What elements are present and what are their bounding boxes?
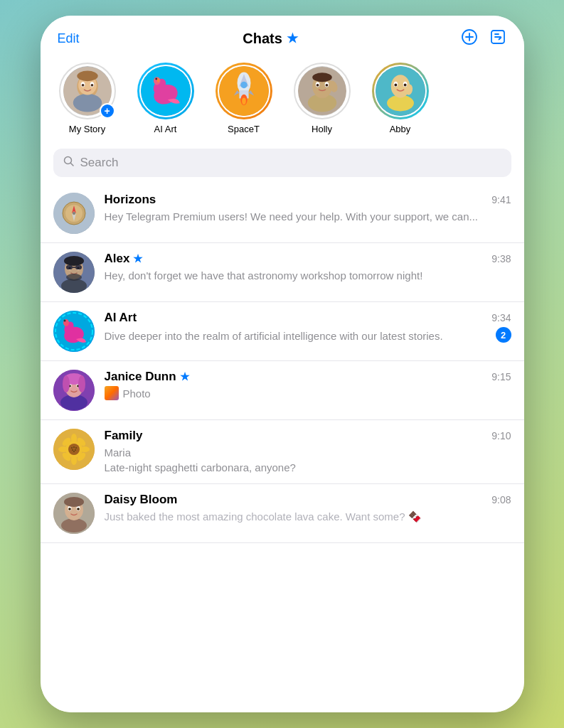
svg-point-93 bbox=[73, 446, 75, 448]
story-ai-art[interactable]: AI Art bbox=[132, 63, 200, 134]
chat-avatar-family bbox=[53, 429, 95, 470]
chat-body-horizons: Horizons 9:41 Hey Telegram Premium users… bbox=[105, 193, 511, 224]
svg-point-34 bbox=[325, 84, 328, 87]
chats-title: Chats ★ bbox=[243, 31, 298, 47]
chat-time-horizons: 9:41 bbox=[491, 194, 511, 205]
chat-body-ai-art: AI Art 9:34 Dive deeper into the realm o… bbox=[105, 311, 511, 344]
unread-badge-ai-art: 2 bbox=[496, 327, 511, 343]
svg-point-92 bbox=[71, 447, 73, 449]
chat-item-alex[interactable]: Alex ★ 9:38 Hey, don't forget we have th… bbox=[41, 243, 524, 302]
chat-preview-horizons: Hey Telegram Premium users! We need your… bbox=[105, 209, 511, 224]
stories-row: + My Story bbox=[41, 55, 524, 144]
chat-item-family[interactable]: Family 9:10 MariaLate-night spaghetti ca… bbox=[41, 420, 524, 484]
svg-point-42 bbox=[394, 84, 397, 87]
chat-preview-ai-art: Dive deeper into the realm of artificial… bbox=[105, 328, 490, 343]
story-label-holly: Holly bbox=[312, 124, 332, 134]
story-abby[interactable]: Abby bbox=[366, 63, 435, 134]
new-group-button[interactable] bbox=[461, 28, 478, 48]
header: Edit Chats ★ bbox=[41, 16, 524, 55]
chat-preview-daisy: Just baked the most amazing chocolate la… bbox=[105, 509, 511, 524]
svg-point-105 bbox=[64, 497, 84, 507]
janice-star-icon: ★ bbox=[180, 370, 189, 383]
svg-point-104 bbox=[77, 508, 80, 510]
svg-point-95 bbox=[72, 449, 73, 451]
svg-point-11 bbox=[90, 84, 93, 87]
chat-avatar-horizons bbox=[53, 193, 95, 234]
chat-list: Horizons 9:41 Hey Telegram Premium users… bbox=[41, 184, 524, 712]
svg-point-94 bbox=[75, 447, 77, 449]
svg-point-43 bbox=[403, 84, 406, 87]
chat-avatar-alex bbox=[53, 252, 95, 293]
chat-name-horizons: Horizons bbox=[105, 193, 156, 207]
svg-rect-61 bbox=[75, 265, 82, 269]
svg-point-103 bbox=[68, 508, 71, 510]
chat-avatar-daisy bbox=[53, 493, 95, 534]
chat-time-ai-art: 9:34 bbox=[491, 312, 511, 323]
svg-point-52 bbox=[73, 212, 75, 215]
svg-point-83 bbox=[68, 444, 80, 455]
svg-point-85 bbox=[71, 455, 77, 465]
chat-time-family: 9:10 bbox=[491, 430, 511, 441]
svg-point-63 bbox=[66, 274, 82, 281]
svg-point-18 bbox=[155, 78, 157, 80]
svg-point-33 bbox=[316, 84, 319, 87]
search-icon bbox=[63, 156, 75, 170]
search-placeholder: Search bbox=[80, 156, 119, 170]
svg-rect-60 bbox=[66, 265, 73, 269]
chat-preview-family: MariaLate-night spaghetti carbonara, any… bbox=[105, 445, 511, 475]
story-my-story[interactable]: + My Story bbox=[53, 63, 122, 134]
svg-point-97 bbox=[73, 451, 75, 452]
chat-item-janice-dunn[interactable]: Janice Dunn ★ 9:15 Photo bbox=[41, 361, 524, 420]
phone-frame: Edit Chats ★ bbox=[41, 16, 524, 712]
chat-name-janice: Janice Dunn ★ bbox=[105, 370, 189, 384]
svg-point-70 bbox=[63, 320, 65, 322]
chat-preview-alex: Hey, don't forget we have that astronomy… bbox=[105, 268, 511, 283]
chat-item-daisy-bloom[interactable]: Daisy Bloom 9:08 Just baked the most ama… bbox=[41, 484, 524, 543]
chat-name-alex: Alex ★ bbox=[105, 252, 143, 266]
svg-line-46 bbox=[70, 164, 73, 166]
svg-point-12 bbox=[77, 71, 97, 82]
chat-time-alex: 9:38 bbox=[491, 253, 511, 264]
svg-point-80 bbox=[78, 375, 85, 392]
svg-point-25 bbox=[242, 97, 246, 104]
chat-body-family: Family 9:10 MariaLate-night spaghetti ca… bbox=[105, 429, 511, 475]
edit-button[interactable]: Edit bbox=[58, 31, 80, 46]
chat-body-daisy: Daisy Bloom 9:08 Just baked the most ama… bbox=[105, 493, 511, 524]
chat-avatar-ai-art bbox=[53, 311, 95, 352]
chat-avatar-janice bbox=[53, 370, 95, 411]
svg-point-36 bbox=[312, 73, 332, 82]
chat-name-ai-art: AI Art bbox=[105, 311, 137, 325]
chat-name-family: Family bbox=[105, 429, 143, 443]
chat-time-janice: 9:15 bbox=[491, 371, 511, 382]
chat-item-horizons[interactable]: Horizons 9:41 Hey Telegram Premium users… bbox=[41, 184, 524, 243]
search-bar[interactable]: Search bbox=[53, 149, 511, 177]
search-bar-wrapper: Search bbox=[41, 144, 524, 184]
svg-point-96 bbox=[75, 449, 76, 451]
story-spacet[interactable]: SpaceT bbox=[210, 63, 278, 134]
chat-time-daisy: 9:08 bbox=[491, 494, 511, 505]
svg-point-86 bbox=[58, 446, 68, 452]
story-holly[interactable]: Holly bbox=[288, 63, 356, 134]
story-label-abby: Abby bbox=[390, 124, 411, 134]
photo-preview-janice: Photo bbox=[105, 386, 511, 400]
svg-point-17 bbox=[156, 78, 159, 82]
svg-point-79 bbox=[63, 375, 70, 392]
story-label-ai-art: AI Art bbox=[154, 124, 177, 134]
svg-point-23 bbox=[240, 82, 247, 88]
add-story-button[interactable]: + bbox=[100, 103, 115, 119]
alex-star-icon: ★ bbox=[133, 252, 142, 265]
svg-point-64 bbox=[64, 256, 84, 266]
chat-name-daisy: Daisy Bloom bbox=[105, 493, 178, 507]
story-label-spacet: SpaceT bbox=[228, 124, 260, 134]
svg-point-87 bbox=[80, 446, 90, 452]
photo-thumbnail-icon bbox=[105, 386, 119, 400]
svg-point-10 bbox=[81, 84, 84, 87]
title-star-icon: ★ bbox=[287, 31, 298, 46]
compose-button[interactable] bbox=[489, 28, 506, 48]
chat-body-alex: Alex ★ 9:38 Hey, don't forget we have th… bbox=[105, 252, 511, 283]
chat-body-janice: Janice Dunn ★ 9:15 Photo bbox=[105, 370, 511, 400]
chat-item-ai-art[interactable]: AI Art 9:34 Dive deeper into the realm o… bbox=[41, 302, 524, 361]
story-label-my-story: My Story bbox=[69, 124, 105, 134]
svg-point-6 bbox=[73, 94, 101, 112]
svg-point-84 bbox=[71, 434, 77, 444]
